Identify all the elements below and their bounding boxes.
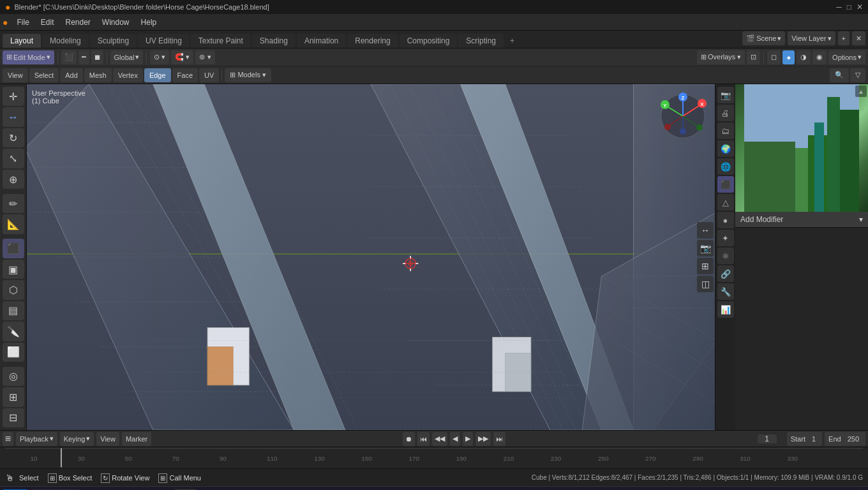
extrude-tool[interactable]: ⬛ [3, 239, 24, 258]
prop-icon-data[interactable]: 📊 [717, 301, 734, 318]
snap-toggle[interactable]: 🧲 ▾ [171, 50, 193, 64]
prop-icon-physics[interactable]: ⚛ [717, 248, 734, 264]
timeline-view-menu[interactable]: View [96, 432, 119, 446]
add-workspace-btn[interactable]: + [838, 31, 849, 45]
tab-sculpting[interactable]: Sculpting [90, 34, 137, 48]
transform-tool[interactable]: ⊕ [3, 170, 24, 189]
jump-end-btn[interactable]: ⏭ [493, 432, 505, 446]
playback-menu[interactable]: Playback ▾ [16, 432, 57, 446]
jump-start-btn[interactable]: ⏮ [417, 432, 430, 446]
edit-vertex-btn[interactable]: Vertex [113, 68, 143, 82]
close-button[interactable]: ✕ [857, 3, 863, 11]
maximize-button[interactable]: □ [847, 3, 851, 11]
face-select-mode[interactable]: ◼ [91, 50, 103, 64]
measure-tool[interactable]: 📐 [3, 214, 24, 234]
search-btn[interactable]: 🔍 [830, 68, 849, 82]
viewport[interactable]: User Perspective (1) Cube ↔ 📷 ⊞ ◫ Z X [27, 84, 715, 430]
tab-add[interactable]: + [505, 34, 520, 48]
models-dropdown[interactable]: ⊞ Models ▾ [225, 68, 271, 82]
scale-tool[interactable]: ⤡ [3, 149, 24, 168]
minimize-button[interactable]: ─ [836, 3, 842, 11]
menu-help[interactable]: Help [136, 17, 162, 28]
move-tool[interactable]: ↔ [3, 107, 24, 126]
prop-icon-modifiers[interactable]: 🔧 [717, 283, 734, 300]
menu-render[interactable]: Render [61, 17, 96, 28]
prop-icon-scene[interactable]: 🌍 [717, 140, 734, 157]
edit-select-btn[interactable]: Select [29, 68, 59, 82]
viewport-gizmo[interactable]: Z X Y [657, 91, 708, 142]
annotate-tool[interactable]: ✏ [3, 194, 24, 213]
scene-selector[interactable]: 🎬 Scene ▾ [742, 31, 785, 45]
tab-shading[interactable]: Shading [252, 34, 296, 48]
end-frame-btn[interactable]: End 250 [825, 432, 865, 446]
start-frame-btn[interactable]: Start 1 [787, 432, 822, 446]
prop-icon-world[interactable]: 🌐 [717, 158, 734, 175]
transform-global-selector[interactable]: Global ▾ [110, 50, 144, 64]
prev-frame-btn[interactable]: ◀◀ [432, 432, 447, 446]
prop-icon-output[interactable]: 🖨 [717, 105, 734, 121]
options-btn[interactable]: Options ▾ [828, 50, 865, 64]
xray-toggle[interactable]: ⊡ [747, 50, 760, 64]
tab-compositing[interactable]: Compositing [400, 34, 458, 48]
menu-window[interactable]: Window [97, 17, 135, 28]
edit-face-btn[interactable]: Face [172, 68, 198, 82]
wireframe-mode-btn[interactable]: ◻ [767, 50, 781, 64]
tab-scripting[interactable]: Scripting [458, 34, 504, 48]
keying-menu[interactable]: Keying ▾ [60, 432, 94, 446]
viewport-tool-move[interactable]: ↔ [697, 222, 714, 239]
edge-select-mode[interactable]: ━ [79, 50, 89, 64]
prop-icon-material[interactable]: ● [717, 212, 734, 228]
edit-mesh-btn[interactable]: Mesh [84, 68, 112, 82]
proportional-edit[interactable]: ⊚ ▾ [195, 50, 214, 64]
edit-add-btn[interactable]: Add [60, 68, 83, 82]
poly-build-tool[interactable]: ⬜ [3, 343, 24, 362]
timeline-expand-btn[interactable]: ⊞ [3, 432, 13, 446]
menu-edit[interactable]: Edit [36, 17, 59, 28]
next-frame-btn[interactable]: ▶▶ [475, 432, 491, 446]
edge-slide-tool[interactable]: ⊞ [3, 387, 24, 406]
tab-animation[interactable]: Animation [297, 34, 346, 48]
play-btn[interactable]: ▶ [463, 432, 473, 446]
marker-menu[interactable]: Marker [122, 432, 151, 446]
edit-view-btn[interactable]: View [3, 68, 28, 82]
material-mode-btn[interactable]: ◑ [797, 50, 811, 64]
prop-icon-object[interactable]: ⬛ [717, 176, 734, 193]
prop-icon-view-layer[interactable]: 🗂 [717, 122, 734, 139]
menu-file[interactable]: File [11, 17, 34, 28]
viewport-tool-view-aligned[interactable]: ◫ [697, 276, 714, 292]
preview-toggle[interactable]: ▲ [855, 85, 867, 97]
tab-texture-paint[interactable]: Texture Paint [191, 34, 251, 48]
add-modifier-bar[interactable]: Add Modifier ▾ [735, 212, 868, 228]
record-btn[interactable]: ⏺ [403, 432, 415, 446]
tab-modeling[interactable]: Modeling [42, 34, 89, 48]
transform-pivot[interactable]: ⊙ ▾ [150, 50, 169, 64]
prop-icon-particles[interactable]: ✦ [717, 230, 734, 246]
rotate-tool[interactable]: ↻ [3, 128, 24, 147]
edit-edge-btn[interactable]: Edge [144, 68, 171, 82]
render-mode-btn[interactable]: ◉ [812, 50, 827, 64]
viewport-tool-camera[interactable]: 📷 [697, 240, 714, 256]
prop-icon-mesh[interactable]: △ [717, 194, 734, 211]
overlay-toggle[interactable]: ⊞ Overlays ▾ [697, 50, 745, 64]
bevel-tool[interactable]: ⬡ [3, 280, 24, 299]
inset-tool[interactable]: ▣ [3, 260, 24, 279]
tab-layout[interactable]: Layout [3, 34, 41, 48]
shrink-tool[interactable]: ⊟ [3, 408, 24, 427]
tab-uv-editing[interactable]: UV Editing [138, 34, 190, 48]
timeline-ruler[interactable]: 10 30 50 70 90 110 130 150 170 190 210 2… [0, 447, 868, 468]
prop-icon-render[interactable]: 📷 [717, 87, 734, 103]
knife-tool[interactable]: 🔪 [3, 322, 24, 341]
solid-mode-btn[interactable]: ● [782, 50, 795, 64]
tab-rendering[interactable]: Rendering [347, 34, 398, 48]
close-workspace-btn[interactable]: ✕ [852, 31, 865, 45]
viewport-tool-grid[interactable]: ⊞ [697, 258, 714, 274]
view-layer-selector[interactable]: View Layer ▾ [788, 31, 835, 45]
cursor-tool[interactable]: ✛ [3, 87, 24, 106]
edit-uv-btn[interactable]: UV [199, 68, 219, 82]
mode-selector[interactable]: ⊞ Edit Mode ▾ [3, 50, 54, 64]
play-reverse-btn[interactable]: ◀ [450, 432, 460, 446]
loop-cut-tool[interactable]: ▤ [3, 301, 24, 320]
prop-icon-constraints[interactable]: 🔗 [717, 265, 734, 282]
filter-btn[interactable]: ▽ [850, 68, 865, 82]
vertex-select-mode[interactable]: ⬛ [61, 50, 77, 64]
